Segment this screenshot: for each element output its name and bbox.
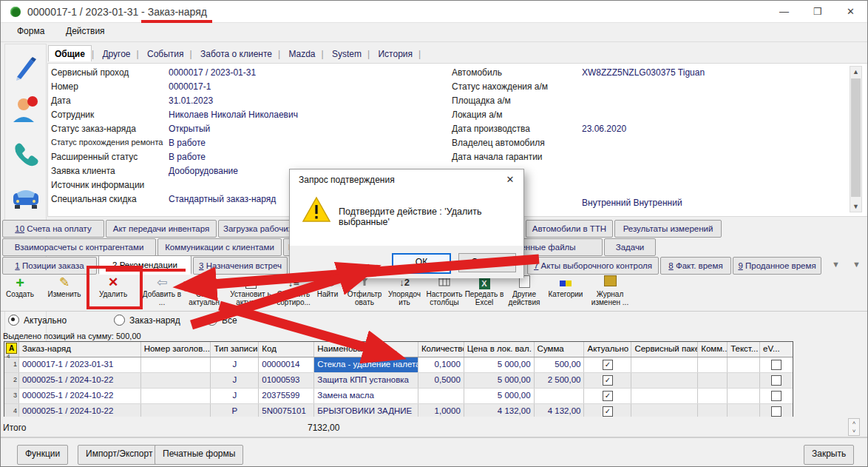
car-icon[interactable] — [11, 184, 39, 212]
unset-actual-button[interactable]: Снять актуальн.. — [184, 275, 228, 306]
field-value[interactable]: В работе — [169, 138, 206, 148]
cell-actual-checkbox[interactable]: ✓ — [584, 373, 631, 388]
field-value[interactable]: В работе — [169, 152, 206, 162]
cell-actual-checkbox[interactable]: ✓ — [584, 389, 631, 403]
col-header[interactable]: Наименование — [314, 342, 418, 357]
tab-settlements[interactable]: Взаиморасчеты с контрагентами — [2, 238, 156, 256]
col-header[interactable]: Тип записи — [211, 342, 259, 357]
tab-sold-time[interactable]: 9 Проданное время — [733, 257, 821, 275]
tab-system[interactable]: System — [326, 46, 367, 61]
field-value[interactable]: XW8ZZZ5NZLG030375 Tiguan — [582, 67, 705, 78]
radio-all[interactable]: Все — [206, 315, 237, 326]
tab-overflow-right-icon[interactable]: ▼ — [852, 260, 861, 269]
cell-ev-checkbox[interactable] — [760, 357, 793, 372]
functions-button[interactable]: Функции — [17, 445, 68, 465]
cell-order[interactable]: 0000017-1 / 2023-01-31 — [19, 357, 141, 372]
col-header[interactable]: Текст... — [728, 342, 760, 357]
print-forms-button[interactable]: Печатные формы — [155, 445, 243, 465]
tab-measurements[interactable]: Результаты измерений — [614, 220, 722, 238]
close-window-button[interactable]: ✕ — [834, 1, 867, 23]
cell-header-num[interactable] — [141, 389, 211, 403]
categories-button[interactable]: Категории — [543, 275, 588, 298]
table-row[interactable]: 2 0000025-1 / 2024-10-22 J 01000593 Защи… — [4, 373, 793, 389]
delete-button[interactable]: ✕ Удалить — [91, 275, 135, 298]
pen-icon[interactable] — [11, 54, 39, 82]
cell-code[interactable]: 00000014 — [259, 357, 314, 372]
tab-sobytiya[interactable]: События — [141, 46, 190, 61]
field-value[interactable]: Внутренний Внутренний — [582, 198, 682, 208]
minimize-button[interactable]: — — [767, 1, 801, 23]
cell-sum[interactable]: 500,00 — [535, 357, 585, 372]
col-header[interactable]: Цена в лок. вал. — [464, 342, 535, 357]
table-row[interactable]: 3 0000025-1 / 2024-10-22 J 20375599 Заме… — [4, 389, 793, 404]
col-header[interactable]: Сервисный пакет — [631, 342, 698, 357]
cell-ev-checkbox[interactable] — [760, 373, 793, 388]
col-header[interactable]: eV... — [760, 342, 793, 357]
close-button[interactable]: Закрыть — [804, 445, 854, 465]
scroll-up-icon[interactable]: ▲ — [850, 68, 861, 75]
scrollbar-thumb[interactable] — [851, 78, 861, 197]
cell-text[interactable] — [728, 357, 760, 372]
export-excel-button[interactable]: X Передать в Excel — [462, 275, 506, 306]
set-actual-button[interactable]: ✓ Установит ь актуал... — [228, 275, 273, 306]
radio-work-order[interactable]: Заказ-наряд — [114, 315, 180, 326]
cell-name[interactable]: Замена масла — [314, 389, 418, 403]
menu-actions[interactable]: Действия — [66, 26, 105, 36]
col-header[interactable]: Комм... — [698, 342, 728, 357]
tab-tasks[interactable]: Задачи — [604, 238, 656, 256]
maximize-button[interactable]: ❒ — [801, 1, 834, 23]
cell-name[interactable]: Защита КПП установка — [314, 373, 418, 388]
tab-recommendations[interactable]: 2 Рекомендации — [98, 255, 191, 275]
col-header[interactable]: Количество — [418, 342, 464, 357]
cell-type[interactable]: J — [211, 389, 259, 403]
filter-button[interactable]: Отфильтр овать — [342, 275, 387, 306]
tab-cars-ttn[interactable]: Автомобили в ТТН — [526, 220, 613, 238]
cell-text[interactable] — [728, 389, 760, 403]
cell-comm[interactable] — [698, 389, 728, 403]
table-row[interactable]: 1 0000017-1 / 2023-01-31 J 00000014 Стек… — [4, 357, 793, 373]
tab-istoriya[interactable]: История — [372, 46, 418, 61]
cell-qty[interactable]: 0,5000 — [418, 373, 464, 388]
order-button[interactable]: ↓2 Упорядоч ить — [382, 275, 427, 306]
totals-spinner[interactable]: ˄˅ — [848, 418, 860, 436]
add-to-button[interactable]: ⇦ Добавить в ... — [140, 275, 184, 306]
scroll-down-icon[interactable]: ▼ — [850, 203, 861, 210]
col-header[interactable]: Заказ-наряд — [19, 342, 141, 357]
cell-price[interactable]: 5 000,00 — [464, 357, 535, 372]
tab-zabota[interactable]: Забота о клиенте — [194, 46, 278, 61]
field-value[interactable]: Николаев Николай Николаевич — [169, 110, 298, 120]
tab-mazda[interactable]: Mazda — [283, 46, 322, 61]
phone-icon[interactable] — [11, 138, 39, 167]
col-header[interactable]: Номер заголов... — [141, 342, 211, 357]
radio-actual[interactable]: Актуально — [8, 315, 67, 326]
cell-sum[interactable]: 2 500,00 — [535, 373, 585, 388]
configure-columns-button[interactable]: Настроить столбцы — [422, 275, 467, 306]
col-header[interactable]: Сумма — [535, 342, 585, 357]
cell-sum[interactable] — [535, 389, 585, 403]
cell-code[interactable]: 01000593 — [259, 373, 314, 388]
form-scrollbar[interactable]: ▲ ▼ — [850, 66, 862, 212]
cell-comm[interactable] — [698, 373, 728, 388]
tab-fact-time[interactable]: 8 Факт. время — [660, 257, 731, 275]
cell-type[interactable]: J — [211, 373, 259, 388]
field-value[interactable]: 0000017 / 2023-01-31 — [169, 67, 256, 78]
field-value[interactable]: 23.06.2020 — [582, 124, 626, 134]
cell-order[interactable]: 0000025-1 / 2024-10-22 — [19, 389, 141, 403]
cell-qty[interactable] — [418, 389, 464, 403]
cell-price[interactable]: 5 000,00 — [464, 373, 535, 388]
tab-inventory-act[interactable]: Акт передачи инвентаря — [106, 220, 217, 238]
tab-accounts[interactable]: 10 Счета на оплату — [2, 220, 104, 238]
menu-form[interactable]: Форма — [17, 26, 44, 36]
ok-button[interactable]: ОК — [392, 253, 451, 274]
cell-ev-checkbox[interactable] — [760, 389, 793, 403]
edit-button[interactable]: ✎ Изменить — [42, 275, 87, 298]
import-export-button[interactable]: Импорт/Экспорт — [78, 445, 160, 465]
cell-qty[interactable]: 0,1000 — [418, 357, 464, 372]
field-value[interactable]: 0000017-1 — [169, 81, 211, 92]
field-value[interactable]: Дооборудование — [169, 166, 238, 176]
change-log-button[interactable]: Журнал изменен ... — [588, 275, 632, 306]
tab-obshchie[interactable]: Общие — [48, 45, 92, 61]
cell-package[interactable] — [631, 389, 698, 403]
tab-control-acts[interactable]: 7 Акты выборочного контроля — [527, 257, 659, 275]
field-value[interactable]: Стандартный заказ-наряд — [169, 194, 276, 204]
